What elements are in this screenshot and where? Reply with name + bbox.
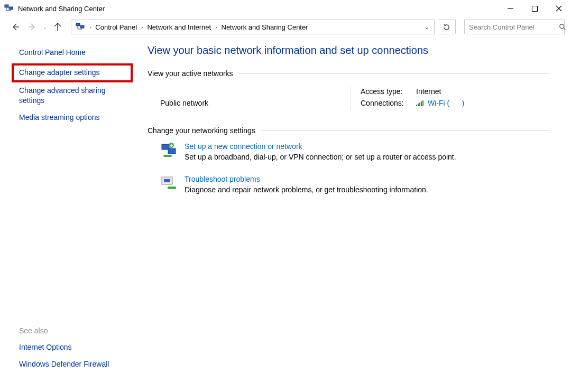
active-network-row: Public network Access type: Internet Con… bbox=[160, 87, 550, 110]
svg-rect-0 bbox=[5, 5, 8, 7]
search-box[interactable] bbox=[464, 20, 565, 34]
svg-point-5 bbox=[560, 24, 564, 29]
access-type-value: Internet bbox=[416, 87, 441, 96]
address-bar[interactable]: › Control Panel › Network and Internet ›… bbox=[71, 20, 435, 34]
setting-troubleshoot: Troubleshoot problems Diagnose and repai… bbox=[160, 175, 550, 194]
breadcrumb-network-sharing[interactable]: Network and Sharing Center bbox=[219, 23, 310, 31]
sidebar-link-advanced-sharing[interactable]: Change advanced sharing settings bbox=[19, 86, 125, 105]
recent-locations-dropdown[interactable]: ⌄ bbox=[42, 24, 48, 30]
page-heading: View your basic network information and … bbox=[148, 44, 550, 57]
window-title: Network and Sharing Center bbox=[18, 5, 105, 13]
svg-rect-12 bbox=[168, 186, 176, 189]
sidebar-link-change-adapter[interactable]: Change adapter settings bbox=[19, 68, 125, 77]
search-icon[interactable] bbox=[559, 23, 566, 31]
svg-rect-3 bbox=[76, 23, 80, 26]
section-divider bbox=[261, 130, 550, 131]
see-also-block: See also Internet Options Windows Defend… bbox=[19, 326, 125, 376]
wifi-signal-icon bbox=[416, 100, 423, 106]
sidebar-link-media-streaming[interactable]: Media streaming options bbox=[19, 113, 125, 122]
access-type-key: Access type: bbox=[361, 87, 416, 96]
title-bar: Network and Sharing Center bbox=[0, 0, 571, 17]
network-center-icon bbox=[76, 22, 85, 32]
search-input[interactable] bbox=[468, 23, 559, 32]
network-details: Access type: Internet Connections: Wi-Fi… bbox=[351, 87, 464, 110]
connection-link[interactable]: Wi-Fi ( ) bbox=[428, 99, 464, 107]
section-change-settings: Change your networking settings bbox=[148, 126, 550, 135]
up-button[interactable] bbox=[51, 20, 65, 34]
svg-rect-1 bbox=[9, 7, 13, 10]
forward-button[interactable] bbox=[25, 20, 39, 34]
sidebar-link-defender[interactable]: Windows Defender Firewall bbox=[19, 359, 125, 369]
network-type-label: Public network bbox=[160, 87, 351, 110]
highlighted-link-box: Change adapter settings bbox=[12, 63, 133, 82]
main-content: View your basic network information and … bbox=[135, 37, 571, 392]
section-active-networks: View your active networks bbox=[148, 69, 550, 78]
network-center-icon bbox=[4, 4, 14, 13]
maximize-button[interactable] bbox=[522, 0, 547, 17]
svg-rect-4 bbox=[80, 25, 84, 28]
troubleshoot-icon bbox=[160, 175, 177, 192]
back-button[interactable] bbox=[8, 20, 22, 34]
sidebar: Control Panel Home Change adapter settin… bbox=[0, 37, 135, 392]
svg-rect-7 bbox=[168, 148, 176, 154]
sidebar-link-cp-home[interactable]: Control Panel Home bbox=[19, 48, 125, 57]
setup-connection-desc: Set up a broadband, dial-up, or VPN conn… bbox=[185, 153, 456, 161]
troubleshoot-desc: Diagnose and repair network problems, or… bbox=[185, 185, 428, 194]
see-also-heading: See also bbox=[19, 326, 125, 335]
setting-setup-connection: Set up a new connection or network Set u… bbox=[160, 142, 550, 161]
setup-connection-link[interactable]: Set up a new connection or network bbox=[185, 142, 456, 151]
sidebar-link-internet-options[interactable]: Internet Options bbox=[19, 342, 125, 352]
address-dropdown-icon[interactable]: ⌄ bbox=[421, 23, 432, 31]
setup-connection-icon bbox=[160, 142, 177, 159]
svg-rect-2 bbox=[532, 6, 537, 11]
section-label: View your active networks bbox=[148, 69, 238, 78]
connections-value[interactable]: Wi-Fi ( ) bbox=[416, 99, 464, 107]
toolbar: ⌄ › Control Panel › Network and Internet… bbox=[0, 17, 571, 37]
breadcrumb-network-internet[interactable]: Network and Internet bbox=[145, 23, 213, 31]
chevron-right-icon[interactable]: › bbox=[140, 24, 144, 30]
section-label: Change your networking settings bbox=[148, 126, 261, 135]
troubleshoot-link[interactable]: Troubleshoot problems bbox=[185, 175, 428, 183]
chevron-right-icon[interactable]: › bbox=[88, 24, 92, 30]
svg-rect-9 bbox=[163, 155, 172, 157]
close-button[interactable] bbox=[547, 0, 571, 17]
chevron-right-icon[interactable]: › bbox=[214, 24, 218, 30]
breadcrumb-control-panel[interactable]: Control Panel bbox=[93, 23, 139, 31]
minimize-button[interactable] bbox=[498, 0, 522, 17]
section-divider bbox=[238, 73, 550, 74]
connections-key: Connections: bbox=[361, 99, 416, 107]
window-controls bbox=[498, 0, 571, 17]
svg-rect-11 bbox=[164, 179, 170, 182]
refresh-button[interactable] bbox=[438, 20, 456, 34]
